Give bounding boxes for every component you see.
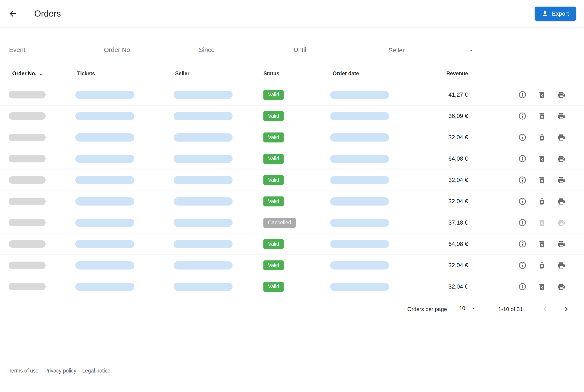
per-page-select[interactable]: 10: [458, 305, 478, 314]
chevron-left-icon: [541, 305, 549, 313]
redacted-tickets: [75, 91, 134, 99]
info-icon: [518, 176, 526, 184]
order-date-cell: [330, 261, 433, 270]
print-icon: [557, 261, 566, 270]
filter-event-input[interactable]: [8, 45, 96, 58]
print-icon: [557, 240, 566, 248]
delete-forever-icon: [538, 155, 546, 163]
seller-cell: [174, 112, 264, 120]
info-button[interactable]: [516, 131, 529, 144]
print-button[interactable]: [555, 195, 568, 208]
delete-button[interactable]: [536, 174, 548, 186]
print-button[interactable]: [555, 110, 568, 122]
redacted-tickets: [75, 155, 134, 163]
delete-button[interactable]: [536, 238, 548, 250]
terms-of-use-link[interactable]: Terms of use: [8, 368, 38, 374]
info-button[interactable]: [516, 216, 529, 229]
redacted-order-date: [330, 197, 389, 206]
info-button[interactable]: [516, 280, 529, 293]
delete-forever-icon: [538, 197, 546, 206]
delete-forever-icon: [538, 240, 546, 248]
column-order-no-label: Order No.: [12, 70, 36, 77]
delete-button[interactable]: [536, 216, 548, 229]
print-icon: [557, 197, 566, 206]
order-no-cell: [8, 198, 75, 205]
delete-button[interactable]: [536, 280, 548, 293]
print-button[interactable]: [555, 216, 568, 229]
filter-since-input[interactable]: [198, 45, 286, 58]
print-button[interactable]: [555, 174, 568, 186]
row-actions: [468, 110, 584, 122]
legal-notice-link[interactable]: Legal notice: [82, 368, 110, 374]
export-button[interactable]: Export: [535, 6, 576, 21]
revenue-value: 37,18 €: [433, 219, 468, 226]
redacted-order-no: [8, 198, 46, 205]
table-row: Maria Musterfrau Valid 41,27 €: [0, 84, 584, 106]
top-bar: Orders Export: [0, 0, 584, 27]
delete-button[interactable]: [536, 110, 548, 122]
filter-until-input[interactable]: [293, 45, 380, 58]
info-button[interactable]: [516, 88, 529, 101]
revenue-value: 32,04 €: [433, 134, 468, 141]
print-button[interactable]: [555, 259, 568, 272]
print-icon: [557, 176, 566, 184]
redacted-order-date: [330, 112, 389, 120]
redacted-seller: [174, 112, 232, 120]
row-actions: [468, 131, 584, 144]
order-no-cell: [8, 176, 75, 184]
tickets-cell: [75, 91, 174, 99]
info-button[interactable]: [516, 259, 529, 272]
delete-button[interactable]: [536, 131, 548, 144]
prev-page-button[interactable]: [538, 303, 551, 316]
status-cell: Valid: [264, 175, 330, 185]
seller-cell: [174, 134, 264, 142]
info-button[interactable]: [516, 195, 529, 208]
status-cell: Valid: [264, 196, 330, 206]
filters-bar: Seller: [0, 27, 584, 58]
filter-seller-select[interactable]: Seller: [388, 45, 475, 58]
info-icon: [518, 261, 526, 270]
row-actions: [468, 238, 584, 250]
delete-button[interactable]: [536, 88, 548, 101]
info-button[interactable]: [516, 238, 529, 250]
redacted-order-date: [330, 155, 389, 163]
info-button[interactable]: [516, 110, 529, 122]
column-order-no[interactable]: Order No.: [8, 70, 75, 77]
privacy-policy-link[interactable]: Privacy policy: [44, 368, 76, 374]
delete-button[interactable]: [536, 195, 548, 208]
redacted-seller: [174, 283, 232, 291]
status-cell: Valid: [264, 154, 330, 164]
delete-button[interactable]: [536, 259, 548, 272]
status-badge: Valid: [264, 111, 284, 121]
print-button[interactable]: [555, 280, 568, 293]
order-no-cell: [8, 112, 75, 120]
print-button[interactable]: [555, 88, 568, 101]
delete-button[interactable]: [536, 152, 548, 165]
order-date-cell: [330, 112, 433, 120]
row-actions: [468, 88, 584, 101]
redacted-order-date: [330, 176, 389, 184]
filter-order-no-input[interactable]: [104, 45, 190, 58]
info-button[interactable]: [516, 174, 529, 186]
redacted-order-date: [330, 219, 389, 227]
status-badge: Valid: [264, 196, 284, 206]
status-badge: Valid: [264, 175, 284, 185]
order-date-cell: [330, 240, 433, 248]
back-button[interactable]: [6, 6, 20, 21]
orders-table: Order No. Tickets Seller Status Order da…: [0, 70, 584, 298]
status-badge: Valid: [264, 239, 284, 249]
redacted-order-no: [8, 155, 46, 162]
next-page-button[interactable]: [560, 303, 573, 316]
table-row: Valid 32,04 €: [0, 191, 584, 212]
status-cell: Valid: [264, 111, 330, 121]
tickets-cell: [75, 197, 174, 206]
print-button[interactable]: [555, 152, 568, 165]
sort-desc-icon: [38, 71, 44, 77]
redacted-seller: [174, 240, 232, 248]
print-button[interactable]: [555, 238, 568, 250]
info-button[interactable]: [516, 152, 529, 165]
redacted-order-date: [330, 134, 389, 142]
order-date-cell: [330, 176, 433, 184]
print-button[interactable]: [555, 131, 568, 144]
delete-forever-icon: [538, 283, 546, 291]
